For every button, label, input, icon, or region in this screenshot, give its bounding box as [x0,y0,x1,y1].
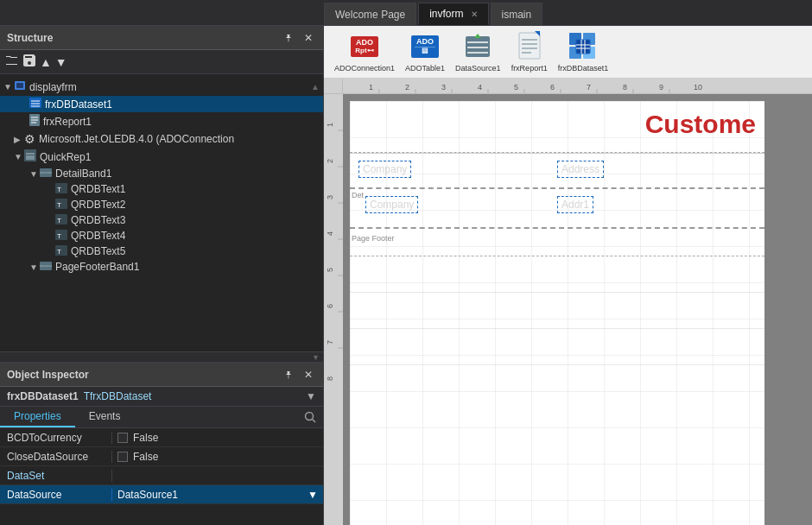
frxreport-icon [514,31,545,62]
tab-label: Welcome Page [335,9,405,21]
inspector-pin-btn[interactable]: 🖈 [280,367,297,383]
tree-item-pagefooterband1[interactable]: ▼ PageFooterBand1 [0,259,323,275]
component-adotable1[interactable]: ADO ▤ ADOTable1 [405,31,445,73]
svg-text:T: T [57,201,61,209]
column-address-header: Address [557,161,604,178]
save-btn[interactable] [22,54,36,70]
ruler-vertical: 1 2 3 4 5 6 7 8 [324,94,343,525]
expand-icon: ▼ [29,169,40,179]
tree-icon-qrdbtext2: T [55,199,67,211]
tree-label-qrdbtext4: QRDBText4 [71,230,125,242]
structure-toolbar: ▲ ▼ [0,50,323,74]
ruler-svg: 1 2 3 4 5 6 7 8 [343,79,812,94]
svg-text:5: 5 [326,268,334,272]
svg-text:T: T [57,217,61,225]
svg-text:3: 3 [326,195,334,199]
tree-item-qrdbtext2[interactable]: T QRDBText2 [0,197,323,212]
selector-dropdown-arrow[interactable]: ▼ [306,390,316,402]
tree-item-displayfrm[interactable]: ▼ displayfrm ▲ [0,78,323,96]
tree-label-frxreport1: frxReport1 [43,116,92,128]
tab-invform[interactable]: invform ✕ [418,3,488,25]
frxreport-label: frxReport1 [511,64,548,73]
tree-icon-jet: ⚙ [24,132,35,146]
move-up-btn[interactable]: ▲ [40,55,52,69]
prop-checkbox-bcdtocurrency[interactable] [117,433,128,443]
tree-item-qrdbtext5[interactable]: T QRDBText5 [0,244,323,259]
ado-table-icon: ADO ▤ [409,31,441,62]
component-frxreport1[interactable]: frxReport1 [511,31,548,73]
svg-text:7: 7 [587,83,591,92]
structure-close-btn[interactable]: ✕ [301,30,316,46]
tab-label: invform [429,8,463,20]
tree-icon-quickrep1 [24,149,36,164]
tree-label-pagefooterband1: PageFooterBand1 [55,261,139,273]
detail-address-field: Addr1 [557,196,593,213]
tree-icon-displayfrm [14,79,26,94]
prop-name-bcdtocurrency: BCDToCurrency [0,432,112,444]
svg-text:T: T [57,186,61,193]
prop-value-text-bcdtocurrency: False [133,432,158,444]
tree-item-qrdbtext3[interactable]: T QRDBText3 [0,212,323,228]
svg-text:2: 2 [405,83,409,92]
tab-properties[interactable]: Properties [0,407,75,427]
tree-label-qrdbtext5: QRDBText5 [71,245,125,257]
move-down-btn[interactable]: ▼ [55,55,67,69]
svg-rect-29 [466,36,490,57]
tree-item-detailband1[interactable]: ▼ DetailBand1 [0,166,323,181]
canvas-viewport[interactable]: Custome Company Address Det Company Addr… [343,94,812,525]
empty-row-8 [350,329,764,365]
inspector-close-btn[interactable]: ✕ [301,367,316,383]
svg-line-28 [313,420,316,423]
svg-rect-34 [519,33,540,59]
scroll-indicator: ▲ [311,82,320,92]
inspector-actions: 🖈 ✕ [280,367,316,383]
tab-ismain[interactable]: ismain [491,3,543,25]
tree-item-quickrep1[interactable]: ▼ QuickRep1 [0,148,323,166]
prop-value-bcdtocurrency[interactable]: False [112,432,323,444]
inspector-title: Object Inspector [7,369,89,381]
tree-scrollbar: ▼ [0,351,323,362]
structure-pin-btn[interactable]: 🖈 [280,30,297,46]
datasource-dropdown-arrow[interactable]: ▼ [308,489,318,501]
prop-checkbox-closedatasource[interactable] [117,452,128,462]
tree-icon-qrdbtext3: T [55,214,67,226]
datasource-icon [462,31,493,62]
report-page: Custome Company Address Det Company Addr… [350,101,764,525]
tree-item-jet-connection[interactable]: ▶ ⚙ Microsoft.Jet.OLEDB.4.0 (ADOConnecti… [0,130,323,148]
tab-welcome-page[interactable]: Welcome Page [324,3,416,25]
prop-name-datasource: DataSource [0,489,112,501]
component-frxdbdataset1[interactable]: frxDBDataset1 [558,31,609,73]
prop-value-datasource[interactable]: DataSource1 ▼ [112,489,323,501]
tree-label-jet: Microsoft.Jet.OLEDB.4.0 (ADOConnection [39,133,234,145]
tab-events[interactable]: Events [75,407,135,427]
tree-label-qrdbtext3: QRDBText3 [71,214,125,226]
prop-value-closedatasource[interactable]: False [112,451,323,463]
svg-text:6: 6 [326,304,334,308]
tree-item-frxdbdataset1[interactable]: frxDBDataset1 [0,96,323,112]
ruler-horizontal: 1 2 3 4 5 6 7 8 [343,79,812,94]
tab-close-icon[interactable]: ✕ [471,9,478,19]
scroll-down-indicator: ▼ [312,353,320,362]
tree-item-frxreport1[interactable]: frxReport1 [0,112,323,130]
detail-band-label: Det [352,191,364,199]
expand-icon: ▶ [14,135,24,144]
component-adoconnection1[interactable]: ADO Rpt⊷ ADOConnection1 [334,31,395,73]
svg-rect-49 [343,79,812,94]
inspector-properties-table: BCDToCurrency False CloseDataSource Fals… [0,428,323,525]
search-area [297,407,323,427]
detail-company-field: Company [365,196,418,213]
inspector-selector[interactable]: frxDBDataset1 TfrxDBDataset ▼ [0,387,323,407]
selected-object-name: frxDBDataset1 [7,390,79,402]
component-datasource1[interactable]: DataSource1 [455,31,501,73]
svg-text:T: T [57,248,61,256]
open-folder-btn[interactable] [5,54,19,70]
tree-icon-qrdbtext4: T [55,230,67,242]
tree-item-qrdbtext1[interactable]: T QRDBText1 [0,181,323,197]
expand-icon: ▼ [29,262,40,272]
tree-item-qrdbtext4[interactable]: T QRDBText4 [0,228,323,244]
svg-text:4: 4 [478,83,482,92]
tree-icon-qrdbtext5: T [55,245,67,257]
inspector-header: Object Inspector 🖈 ✕ [0,363,323,387]
canvas-area: 1 2 3 4 5 6 7 8 [324,79,812,525]
ruler-top-area: 1 2 3 4 5 6 7 8 [324,79,812,94]
